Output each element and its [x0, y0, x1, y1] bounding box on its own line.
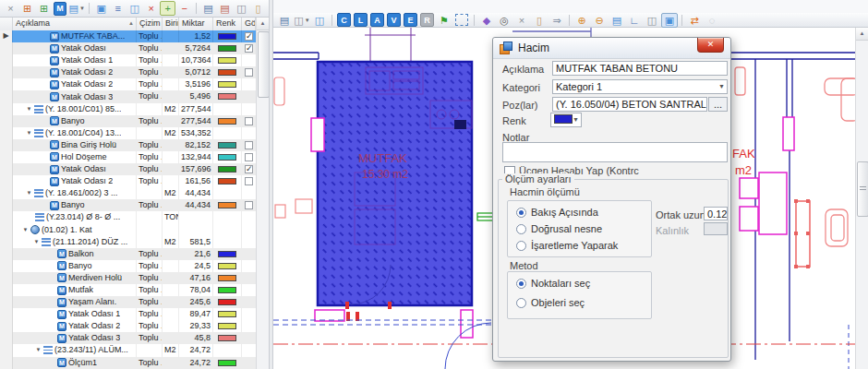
- table-row[interactable]: MMutfakToplu ...78,04: [0, 284, 256, 296]
- visibility-checkbox[interactable]: [245, 201, 253, 209]
- layer-c-button[interactable]: C: [337, 13, 351, 27]
- header-aciklama[interactable]: Açıklama ▲: [13, 18, 137, 30]
- close-icon[interactable]: ×: [3, 1, 18, 16]
- table-row[interactable]: MÖlçüm1Toplu ...24,72: [0, 357, 256, 369]
- table-row[interactable]: MYatak Odası 2Toplu ...5,0712: [0, 66, 256, 78]
- visibility-checkbox[interactable]: [245, 44, 253, 53]
- table-row[interactable]: MBanyoToplu ...44,434: [0, 199, 256, 211]
- header-goster[interactable]: Gö...: [242, 18, 256, 30]
- table-row[interactable]: (Y.23.014) Ø 8- Ø ...TON: [0, 211, 256, 223]
- poz-browse-button[interactable]: ...: [708, 97, 728, 112]
- table-row[interactable]: ▼(23.243/11) ALÜM...M224,72: [0, 344, 256, 356]
- table-row[interactable]: MYatak Odası 2Toplu ...161,56: [0, 175, 256, 187]
- table-row[interactable]: MYaşam Alanı.Toplu ...245,6: [0, 296, 256, 308]
- table-scrollbar[interactable]: ▲: [256, 18, 269, 369]
- add-icon[interactable]: +: [160, 1, 175, 16]
- table-row[interactable]: MYatak Odası 3Toplu ...5,496: [0, 90, 256, 102]
- add-subgroup-icon[interactable]: ⊞: [36, 1, 52, 16]
- zoom-out-icon[interactable]: ⊖: [591, 13, 608, 28]
- poz-input[interactable]: (Y. 16.050/04) BETON SANTRALİNDE ÜRETİLE…: [552, 97, 707, 112]
- ortak-uzunluk-input[interactable]: 0.12: [704, 207, 728, 220]
- radio-noktalari-sec[interactable]: Noktaları seç: [516, 278, 590, 289]
- canvas-scrollbar-thumb[interactable]: [857, 161, 868, 217]
- selected-window[interactable]: [794, 199, 810, 268]
- renk-select[interactable]: ▼: [550, 113, 582, 127]
- print-icon[interactable]: ▤: [276, 13, 293, 28]
- layer-l-button[interactable]: L: [354, 13, 368, 27]
- header-renk[interactable]: Renk: [213, 18, 242, 30]
- visibility-checkbox[interactable]: [245, 141, 253, 149]
- close-button[interactable]: ✕: [697, 38, 724, 53]
- expand-arrow-icon[interactable]: ▼: [26, 103, 32, 115]
- table-row[interactable]: ▼(21.11.2014) DÜZ ...M2581,5: [0, 236, 256, 248]
- table-row[interactable]: MYatak OdasıToplu ...157,696: [0, 163, 256, 175]
- expand-arrow-icon[interactable]: ▼: [22, 224, 29, 236]
- table-row[interactable]: MBina Giriş HolüToplu ...82,152: [0, 139, 256, 151]
- header-miktar[interactable]: Miktar: [179, 18, 213, 30]
- go-arrow-icon[interactable]: ⇒: [549, 13, 565, 28]
- delete-icon[interactable]: ×: [143, 1, 159, 16]
- add-group-icon[interactable]: ⊞: [19, 1, 35, 16]
- layer-a-button[interactable]: A: [370, 13, 384, 27]
- magnifier-icon[interactable]: ◎: [496, 13, 512, 28]
- visibility-icon[interactable]: ◌: [704, 13, 720, 28]
- table-row[interactable]: MYatak OdasıToplu ...5,7264: [0, 42, 256, 54]
- report-icon[interactable]: ▤▼: [68, 1, 85, 16]
- notlar-textarea[interactable]: [502, 142, 728, 162]
- room-mutfak[interactable]: MUTFAK 15.30 m2: [318, 62, 472, 305]
- copy-plus-icon[interactable]: ◫: [644, 13, 660, 28]
- measurement-icon[interactable]: M: [54, 2, 66, 16]
- visibility-checkbox[interactable]: [245, 177, 253, 185]
- expand-arrow-icon[interactable]: ▼: [26, 127, 32, 139]
- visibility-checkbox[interactable]: [245, 153, 253, 161]
- expand-arrow-icon[interactable]: ▼: [26, 187, 32, 199]
- print-cancel-icon[interactable]: ▤: [217, 1, 233, 16]
- visibility-checkbox[interactable]: [245, 32, 253, 41]
- window-icon[interactable]: ▣: [93, 1, 109, 16]
- layers-icon[interactable]: ◫: [311, 13, 328, 28]
- layer-r-button[interactable]: R: [420, 13, 434, 27]
- layer-v-button[interactable]: V: [387, 13, 401, 27]
- table-row[interactable]: MYatak Odası 2Toplu ...3,5196: [0, 78, 256, 90]
- expand-arrow-icon[interactable]: ▼: [35, 344, 42, 356]
- aciklama-input[interactable]: MUTFAK TABAN BETONU: [552, 61, 728, 76]
- copy-icon[interactable]: ◫: [234, 1, 249, 16]
- zoom-window-icon[interactable]: ▣: [661, 13, 678, 28]
- pick-object-icon[interactable]: ◆: [478, 13, 495, 28]
- paste-icon[interactable]: ▯: [250, 1, 266, 16]
- visibility-checkbox[interactable]: [245, 68, 253, 77]
- table-row[interactable]: MBalkonToplu ...21,6: [0, 248, 256, 260]
- table-row[interactable]: ▼(Y. 18.001/C01) 85...M2277,544: [0, 103, 256, 115]
- radio-bakis-acisinda[interactable]: Bakış Açısında: [516, 207, 598, 218]
- flag-icon[interactable]: ⚑: [436, 13, 452, 28]
- remove-icon[interactable]: −: [176, 1, 192, 16]
- zoom-page-icon[interactable]: ▤: [609, 13, 625, 28]
- table-row[interactable]: MYatak Odası 1Toplu ...89,47: [0, 308, 256, 320]
- table-row[interactable]: MYatak Odası 2Toplu ...29,33: [0, 320, 256, 332]
- copy-icon[interactable]: ◫▼: [294, 13, 310, 28]
- table-row[interactable]: ▼(Y. 18.461/002) 3 ...M244,434: [0, 187, 256, 199]
- ruler-corner-icon[interactable]: ∟: [626, 13, 643, 28]
- table-row[interactable]: ▼(01.02) 1. Kat: [0, 224, 256, 236]
- print-icon[interactable]: ▤: [200, 1, 216, 16]
- zoom-in-icon[interactable]: ⊕: [573, 13, 590, 28]
- visibility-checkbox[interactable]: [245, 117, 253, 125]
- canvas-scrollbar[interactable]: ▲: [855, 28, 868, 369]
- visibility-checkbox[interactable]: [245, 165, 253, 173]
- radio-isaretleme-yaparak[interactable]: İşaretleme Yaparak: [516, 240, 618, 251]
- table-row[interactable]: ▼(Y. 18.001/C04) 13...M2534,352: [0, 127, 256, 139]
- kategori-select[interactable]: Kategori 1 ▼: [552, 79, 728, 94]
- table-row[interactable]: MBanyoToplu ...277,544: [0, 115, 256, 127]
- duplicate-window-icon[interactable]: ◫: [127, 1, 142, 16]
- header-birim[interactable]: Birim: [163, 18, 179, 30]
- expand-arrow-icon[interactable]: ▼: [33, 236, 40, 248]
- clear-icon[interactable]: ×: [513, 13, 530, 28]
- layer-e-button[interactable]: E: [404, 13, 417, 27]
- table-row[interactable]: MMerdiven HolüToplu ...47,16: [0, 272, 256, 284]
- scroll-up-icon[interactable]: ▲: [257, 18, 269, 30]
- clipboard-icon[interactable]: ▯: [531, 13, 548, 28]
- header-cizim[interactable]: Çizim: [137, 18, 163, 30]
- list-view-icon[interactable]: ≡: [110, 1, 126, 16]
- scroll-up-icon[interactable]: ▲: [856, 28, 868, 41]
- radio-dogrusal-nesne[interactable]: Doğrusal nesne: [516, 223, 602, 234]
